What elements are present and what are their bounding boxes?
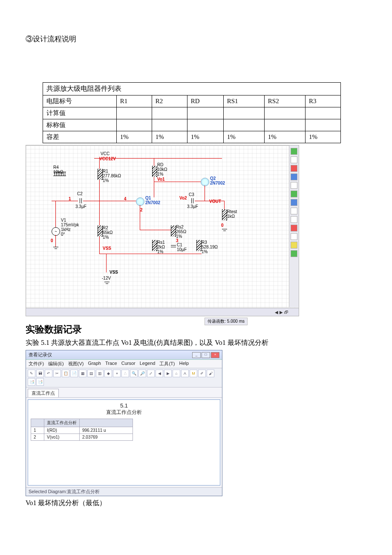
- tool-undo-icon[interactable]: ↶: [45, 370, 52, 377]
- grapher-window-title: 查看记录仪: [29, 352, 52, 358]
- tool-doc1-icon[interactable]: 📑: [28, 378, 35, 386]
- tab-dc-op[interactable]: 直流工作点: [28, 389, 59, 397]
- scroll-controls[interactable]: ◀ ▶ 🗗: [275, 310, 288, 315]
- tool-marker-icon[interactable]: ◆: [104, 370, 112, 377]
- menu-view[interactable]: 视图(V): [68, 361, 84, 367]
- palette-item[interactable]: [291, 199, 297, 206]
- col-r3: R3: [305, 95, 340, 107]
- tool-zoomin-icon[interactable]: 🔍: [130, 370, 138, 377]
- menu-tools[interactable]: 工具(T): [159, 361, 175, 367]
- plot-area[interactable]: 5.1 直流工作点分析 直流工作点分析 1 I(RD) 996.23111 u …: [28, 399, 220, 486]
- palette-item[interactable]: [291, 250, 297, 257]
- col-rd: RD: [187, 95, 223, 107]
- tool-right-icon[interactable]: ▶: [164, 370, 172, 377]
- menu-graph[interactable]: Graph: [88, 361, 101, 367]
- grapher-statusbar: Selected Diagram:直流工作点分析: [26, 487, 222, 496]
- grapher-menubar[interactable]: 文件(F) 编辑(E) 视图(V) Graph Trace Cursor Leg…: [26, 360, 222, 368]
- mosfet-q1: [136, 197, 144, 206]
- status-transfer: 传递函数: 5.000 ms: [205, 318, 248, 325]
- palette-item[interactable]: [291, 165, 297, 172]
- component-palette[interactable]: [289, 145, 299, 307]
- net-2: 2: [140, 208, 143, 212]
- label-rtest: Rtest 1kΩ: [227, 209, 237, 219]
- palette-item[interactable]: [291, 182, 297, 189]
- row-nominal: 标称值: [43, 119, 117, 131]
- tool-left-icon[interactable]: ◀: [156, 370, 163, 377]
- label-r1: R1 277.86kΩ 1%: [103, 169, 121, 183]
- tool-paste-icon[interactable]: 📄: [70, 370, 78, 377]
- resistor-rtest-sym: [222, 209, 227, 220]
- tool-cursor-icon[interactable]: ⌖: [113, 370, 121, 377]
- palette-item[interactable]: [291, 191, 297, 197]
- tool-home-icon[interactable]: ⌂: [173, 370, 180, 377]
- maximize-button[interactable]: □: [202, 352, 210, 358]
- resistor-r1-sym: [98, 169, 103, 180]
- tool-open-icon[interactable]: ✎: [28, 370, 35, 377]
- tool-grid-icon[interactable]: ▦: [79, 370, 86, 377]
- tool-copy-icon[interactable]: 📋: [62, 370, 69, 377]
- grapher-titlebar[interactable]: 查看记录仪 _ □ ×: [26, 350, 222, 360]
- palette-item[interactable]: [291, 225, 297, 231]
- table-row: 2 V(vo1) 2.03769: [31, 434, 133, 441]
- label-c1: C1 10µF: [177, 243, 187, 252]
- menu-legend[interactable]: Legend: [140, 361, 156, 367]
- label-q1: Q1 2N7002: [145, 196, 160, 205]
- label-rs1: Rs1 2kΩ 1%: [157, 240, 165, 254]
- net-vout: VOUT: [209, 199, 221, 204]
- tool-hl-icon[interactable]: M: [190, 370, 197, 377]
- menu-trace[interactable]: Trace: [105, 361, 117, 367]
- label-vss12: -12V: [102, 276, 111, 280]
- label-v1: V1 175mVpk 1kHz 0°: [61, 218, 79, 237]
- source-v1: ~: [52, 227, 60, 236]
- label-c3: C3: [189, 192, 194, 197]
- grapher-toolbar[interactable]: ✎ 🖬 ↶ ✂ 📋 📄 ▦ ▤ ▥ ◆ ⌖ ∴ 🔍 🔎 ⤢ ◀ ▶ ⌂ A M …: [26, 368, 222, 387]
- gnd-v1: [52, 247, 59, 252]
- label-r3: R3 528.19Ω 1%: [202, 240, 218, 254]
- palette-item[interactable]: [291, 148, 297, 155]
- net-vo2: Vo2: [179, 196, 187, 200]
- menu-edit[interactable]: 编辑(E): [48, 361, 64, 367]
- cap-c3: [190, 198, 195, 203]
- col-rs1: RS1: [223, 95, 264, 107]
- data-record-heading: 实验数据记录: [26, 323, 366, 336]
- schematic-statusbar: ◀ ▶ 🗗: [26, 308, 299, 316]
- tool-grid2-icon[interactable]: ▤: [87, 370, 95, 377]
- tool-save-icon[interactable]: 🖬: [36, 370, 44, 377]
- menu-cursor[interactable]: Cursor: [121, 361, 135, 367]
- tool-doc2-icon[interactable]: 📑: [36, 378, 44, 386]
- label-c2: C2: [77, 191, 83, 196]
- close-button[interactable]: ×: [211, 352, 219, 358]
- tool-zoomout-icon[interactable]: 🔎: [138, 370, 146, 377]
- grapher-tabs[interactable]: 直流工作点: [26, 387, 222, 398]
- grapher-window[interactable]: 查看记录仪 _ □ × 文件(F) 编辑(E) 视图(V) Graph Trac…: [26, 350, 222, 496]
- menu-file[interactable]: 文件(F): [29, 361, 44, 367]
- tool-zoomfit-icon[interactable]: ⤢: [147, 370, 155, 377]
- palette-item[interactable]: [291, 156, 297, 163]
- row-calc: 计算值: [43, 107, 117, 119]
- resistor-table-title: 共源放大级电阻器件列表: [43, 83, 341, 95]
- net-0a: 0: [51, 238, 53, 243]
- palette-item[interactable]: [291, 242, 297, 249]
- label-c2v: 3.3µF: [75, 204, 86, 209]
- palette-item[interactable]: [291, 233, 297, 240]
- minimize-button[interactable]: _: [192, 352, 201, 358]
- tool-scatter-icon[interactable]: ∴: [121, 370, 129, 377]
- tool-text-icon[interactable]: A: [181, 370, 189, 377]
- tool-pen-icon[interactable]: ✐: [198, 370, 206, 377]
- table-row: 1 I(RD) 996.23111 u: [31, 427, 133, 434]
- palette-item[interactable]: [291, 173, 297, 180]
- tool-cut-icon[interactable]: ✂: [53, 370, 61, 377]
- label-vss: VSS: [110, 270, 118, 275]
- col-r1: R1: [116, 95, 152, 107]
- result-table: 直流工作点分析 1 I(RD) 996.23111 u 2 V(vo1) 2.0…: [31, 419, 133, 441]
- menu-help[interactable]: Help: [179, 361, 189, 367]
- palette-item[interactable]: [291, 208, 297, 214]
- tool-brush-icon[interactable]: 🖌: [207, 370, 214, 377]
- label-rs2: Rs2 265Ω 1%: [176, 225, 186, 239]
- net-0b: 0: [221, 223, 224, 228]
- ruler: [26, 139, 289, 146]
- palette-item[interactable]: [291, 216, 297, 223]
- circuit-schematic[interactable]: VCC VCC12V R4 10kΩ R1 277.86kΩ 1% RD 10k…: [26, 145, 299, 316]
- resistor-r2-sym: [98, 225, 103, 237]
- tool-grid3-icon[interactable]: ▥: [96, 370, 104, 377]
